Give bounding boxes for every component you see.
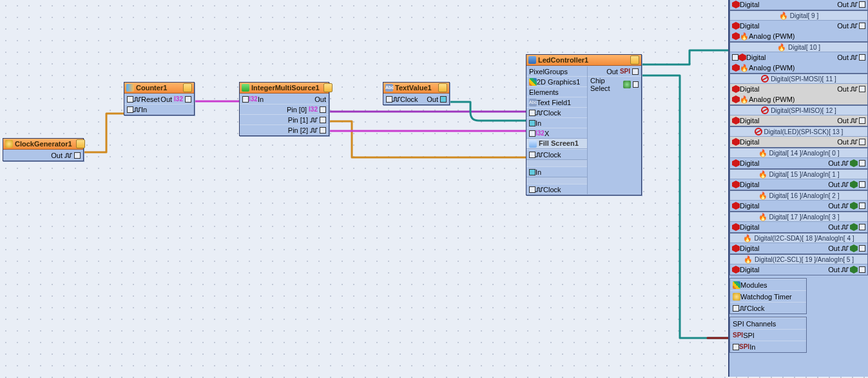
port-clock[interactable]: Clock [730,302,806,313]
port-clock[interactable]: ClockOut [383,94,449,104]
gear-icon[interactable] [438,83,447,92]
gear-icon[interactable] [323,83,333,92]
pulse-icon [841,160,849,166]
slot-digital-i2c-sda-18-analogin-4-[interactable]: 🔥Digital(I2C-SDA)[ 18 ]/AnalogIn[ 4 ]Dig… [729,233,868,254]
slot-header: Digital(SPI-MOSI)[ 11 ] [730,74,867,84]
port-out[interactable]: Out [3,150,83,160]
port-in[interactable]: I32InOut [240,94,329,104]
port-clock3[interactable]: Clock [526,184,587,194]
port-reset[interactable]: ResetOutI32 [124,94,194,104]
node-integermultisource[interactable]: IntegerMultiSource1 I32InOut Pin [0]I32 … [239,82,329,136]
slot-row[interactable]: DigitalOut [730,158,867,168]
slot-header: Digital(SPI-MISO)[ 12 ] [730,106,867,115]
slot-row[interactable]: DigitalOut [730,137,867,147]
modules-panel[interactable]: Modules Watchdog Timer Clock [729,278,807,314]
forbid-icon [761,106,769,114]
slot-digital-top[interactable]: DigitalOut [729,0,868,10]
slot-digital-10-[interactable]: 🔥Digital[ 10 ]DigitalOut🔥Analog (PWM) [729,42,868,74]
analog-icon [850,181,858,188]
arduino-panel[interactable]: DigitalOut 🔥Digital[ 9 ]DigitalOut🔥Analo… [728,0,868,377]
slot-digital-spi-mosi-11-[interactable]: Digital(SPI-MOSI)[ 11 ]DigitalOut🔥Analog… [729,74,868,105]
port-pixelgroups[interactable]: PixelGroups [526,66,587,76]
flame-icon: 🔥 [758,171,767,178]
slot-header: 🔥Digital[ 14 ]/AnalogIn[ 0 ] [730,148,867,158]
analog-icon [850,223,858,231]
pulse-icon [841,203,849,209]
slot-row[interactable]: 🔥Analog (PWM) [730,31,867,41]
slot-row[interactable]: DigitalOut [730,201,867,211]
slot-digital-9-[interactable]: 🔥Digital[ 9 ]DigitalOut🔥Analog (PWM) [729,10,868,42]
node-title: LedController1 [526,55,641,66]
port-in2[interactable]: In [526,166,587,177]
slot-row[interactable]: DigitalOut [730,264,867,275]
analog-icon [850,202,858,210]
port-2dgraphics[interactable]: 2D Graphics1 [526,76,587,86]
slot-row[interactable]: DigitalOut [730,52,867,63]
spi-label[interactable]: SPISPI [730,329,806,341]
slot-row[interactable]: DigitalOut [730,21,867,31]
stop-icon [732,1,740,8]
slot-row[interactable]: DigitalOut [730,179,867,190]
slot-row[interactable]: DigitalOut [730,84,867,94]
slot-digital-spi-miso-12-[interactable]: Digital(SPI-MISO)[ 12 ]DigitalOut [729,105,868,126]
node-ledcontroller[interactable]: LedController1 PixelGroups 2D Graphics1 … [526,54,642,195]
diagram-canvas[interactable]: ClockGenerator1 Out Counter1 ResetOutI32… [0,0,868,378]
node-title: AbcTextValue1 [383,83,449,94]
port-pin0[interactable]: Pin [0]I32 [240,104,329,114]
port-clock2[interactable]: Clock [526,149,587,159]
slot-digital-16-analogin-2-[interactable]: 🔥Digital[ 16 ]/AnalogIn[ 2 ]DigitalOut [729,190,868,212]
stop-icon [738,54,746,61]
spi-channels-label: SPI Channels [730,317,806,329]
stop-icon [732,32,740,40]
slot-digital-led-spi-sck-13-[interactable]: Digital(LED)(SPI-SCK)[ 13 ]DigitalOut [729,126,868,148]
chip-icon [623,81,631,88]
stop-icon [732,223,740,231]
slot-digital-i2c-scl-19-analogin-5-[interactable]: 🔥Digital(I2C-SCL)[ 19 ]/AnalogIn[ 5 ]Dig… [729,254,868,275]
port-in[interactable]: In [124,104,194,114]
counter-icon [126,84,134,92]
gear-icon[interactable] [630,55,639,65]
pulse-icon [850,86,858,92]
port-out-spi[interactable]: OutSPI [588,66,641,76]
port-x[interactable]: I32X [526,128,587,138]
analog-icon [850,266,858,274]
flame-icon: 🔥 [758,150,767,157]
stop-icon [732,22,740,30]
slot-header: 🔥Digital[ 17 ]/AnalogIn[ 3 ] [730,212,867,222]
flame-icon: 🔥 [777,44,786,51]
led-icon [528,56,536,64]
palette-icon [529,78,537,86]
gear-icon[interactable] [183,83,192,92]
watchdog-timer[interactable]: Watchdog Timer [730,290,806,302]
stop-icon [732,244,740,252]
slot-header: 🔥Digital[ 9 ] [730,11,867,21]
slot-row[interactable]: DigitalOut [730,222,867,232]
flame-icon: 🔥 [740,96,749,103]
port-pin2[interactable]: Pin [2] [240,124,329,135]
modules-label: Modules [730,279,806,290]
node-counter[interactable]: Counter1 ResetOutI32 In [124,82,195,115]
slot-row[interactable]: 🔥Analog (PWM) [730,94,867,104]
slot-header: 🔥Digital[ 15 ]/AnalogIn[ 1 ] [730,170,867,179]
slot-digital-14-analogin-0-[interactable]: 🔥Digital[ 14 ]/AnalogIn[ 0 ]DigitalOut [729,148,868,169]
spi-in[interactable]: SPIIn [730,341,806,352]
slot-digital-17-analogin-3-[interactable]: 🔥Digital[ 17 ]/AnalogIn[ 3 ]DigitalOut [729,212,868,233]
port-clock[interactable]: Clock [526,107,587,117]
node-textvalue[interactable]: AbcTextValue1 ClockOut [383,82,450,105]
pulse-icon [841,266,849,273]
flame-icon: 🔥 [740,33,749,40]
source-icon [242,84,249,92]
port-textfield[interactable]: AbcText Field1 [526,97,587,107]
slot-digital-15-analogin-1-[interactable]: 🔥Digital[ 15 ]/AnalogIn[ 1 ]DigitalOut [729,169,868,190]
node-clockgenerator[interactable]: ClockGenerator1 Out [3,138,84,161]
slot-row[interactable]: DigitalOut [730,115,867,126]
port-chipselect[interactable]: Chip Select [588,76,641,92]
port-pin1[interactable]: Pin [1] [240,114,329,124]
port-elements[interactable]: Elements [526,86,587,97]
port-in[interactable]: In [526,117,587,128]
slot-row[interactable]: DigitalOut [730,243,867,254]
slot-row[interactable]: 🔥Analog (PWM) [730,63,867,73]
flame-icon: 🔥 [779,12,788,19]
spi-panel[interactable]: SPI Channels SPISPI SPIIn [729,317,807,353]
gear-icon[interactable] [76,139,85,148]
